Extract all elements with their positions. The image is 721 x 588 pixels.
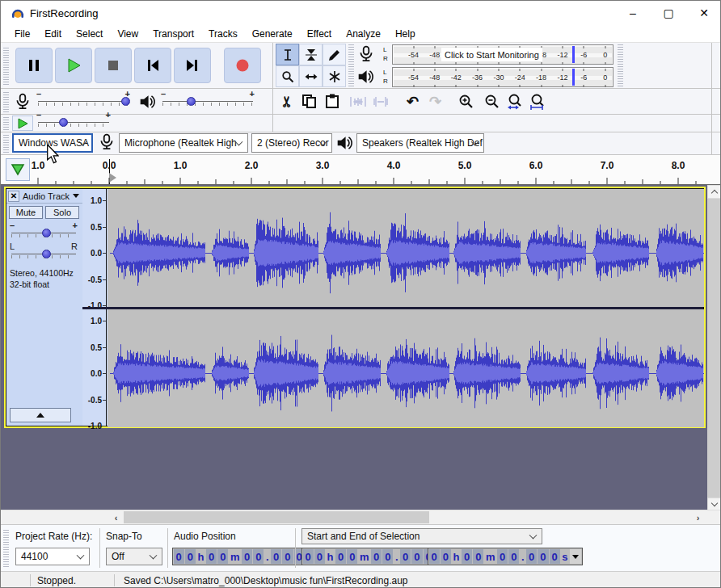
scroll-up-button[interactable] — [707, 185, 721, 199]
timefield-dropdown-arrow[interactable] — [570, 549, 581, 564]
menu-tracks[interactable]: Tracks — [201, 27, 245, 41]
mixer-toolbar-grip[interactable] — [3, 91, 9, 112]
menu-analyze[interactable]: Analyze — [339, 27, 388, 41]
recording-volume-slider[interactable]: –+ — [38, 96, 129, 107]
snap-to-select[interactable]: Off — [106, 548, 162, 565]
recording-channels-select[interactable]: 2 (Stereo) Recor — [251, 133, 332, 153]
collapse-icon — [36, 413, 44, 418]
selection-mode-select[interactable]: Start and End of Selection — [301, 528, 542, 544]
minimize-button[interactable]: – — [615, 1, 651, 25]
paste-button[interactable] — [321, 90, 343, 112]
transport-toolbar-grip[interactable] — [3, 46, 9, 85]
menu-edit[interactable]: Edit — [37, 27, 69, 41]
menu-transport[interactable]: Transport — [145, 27, 201, 41]
record-meter-mic-icon[interactable] — [357, 45, 375, 64]
scale-label: 1.0 — [91, 196, 102, 205]
play-speed-slider[interactable]: –+ — [38, 117, 109, 128]
maximize-button[interactable]: ▢ — [651, 1, 686, 25]
meter-toolbar-grip[interactable] — [348, 44, 354, 86]
track-pan-thumb[interactable] — [42, 250, 51, 258]
play-button[interactable] — [55, 48, 92, 83]
stop-button[interactable] — [95, 48, 132, 83]
audio-host-select[interactable]: Windows WASA — [12, 133, 93, 153]
multi-tool-button[interactable] — [323, 65, 346, 87]
close-button[interactable]: ✕ — [686, 1, 721, 25]
meter-end-grip[interactable] — [618, 44, 623, 86]
mute-button[interactable]: Mute — [9, 206, 43, 219]
track-pan-slider[interactable]: LR — [11, 249, 76, 260]
meter-db-label: 0 — [603, 74, 607, 82]
track-gain-slider[interactable]: –+ — [11, 228, 76, 239]
track-name-label[interactable]: Audio Track — [23, 191, 70, 201]
zoom-tool-button[interactable] — [276, 65, 299, 87]
recording-volume-thumb[interactable] — [121, 97, 130, 106]
pause-button[interactable] — [15, 48, 53, 83]
playback-meter[interactable]: -54-48-42-36-30-24-18-12-60 — [392, 67, 613, 87]
menu-generate[interactable]: Generate — [245, 27, 300, 41]
status-message-text: Saved C:\Users\matro_000\Desktop\music f… — [124, 575, 408, 586]
track-area[interactable]: ✕ Audio Track Mute Solo –+ LR Stereo, 44… — [1, 185, 707, 510]
draw-tool-button[interactable] — [323, 44, 346, 65]
track-close-button[interactable]: ✕ — [8, 191, 19, 202]
ruler-time-label: 1.0 — [32, 160, 45, 171]
selection-toolbar-grip[interactable] — [3, 530, 9, 567]
horizontal-scrollbar[interactable]: ‹ › — [1, 510, 721, 524]
track-control-panel[interactable]: ✕ Audio Track Mute Solo –+ LR Stereo, 44… — [6, 189, 82, 426]
scroll-left-button[interactable]: ‹ — [109, 511, 123, 523]
cut-button[interactable]: ✂ — [276, 90, 297, 112]
menu-view[interactable]: View — [110, 27, 145, 41]
meter-db-label: 0 — [603, 51, 607, 59]
vertical-scrollbar[interactable] — [707, 185, 721, 511]
silence-selection-button[interactable] — [369, 90, 391, 112]
project-rate-select[interactable]: 44100 — [15, 548, 90, 565]
pinned-playhead-toggle[interactable] — [6, 158, 30, 181]
track-collapse-button[interactable] — [10, 408, 71, 422]
timeshift-tool-button[interactable] — [299, 65, 323, 87]
playback-volume-slider[interactable]: –+ — [162, 96, 253, 107]
recording-meter[interactable]: -54-48-42-36-30-24-18-12-60Click to Star… — [392, 44, 613, 65]
zoom-out-icon — [484, 94, 500, 109]
ruler-time-label: 6.0 — [529, 160, 543, 171]
solo-button[interactable]: Solo — [45, 206, 79, 219]
menu-file[interactable]: File — [7, 27, 37, 41]
fit-project-button[interactable] — [526, 90, 548, 112]
play-meter-left-label: L — [383, 69, 386, 76]
skip-to-start-button[interactable] — [134, 48, 171, 83]
title-bar[interactable]: FirstRecording – ▢ ✕ — [1, 1, 721, 25]
skip-to-end-button[interactable] — [174, 48, 211, 83]
copy-button[interactable] — [298, 90, 320, 112]
track-menu-icon[interactable] — [73, 194, 79, 198]
playspeed-toolbar-grip[interactable] — [3, 117, 9, 130]
waveform-right-channel[interactable] — [108, 309, 704, 427]
meter-db-label: -24 — [515, 74, 525, 82]
scroll-right-button[interactable]: › — [691, 511, 705, 523]
selection-tool-button[interactable] — [276, 44, 299, 65]
zoom-in-button[interactable] — [455, 90, 477, 112]
fit-selection-button[interactable] — [504, 90, 525, 112]
recording-device-select[interactable]: Microphone (Realtek High — [119, 133, 248, 153]
audio-track[interactable]: ✕ Audio Track Mute Solo –+ LR Stereo, 44… — [6, 188, 704, 426]
device-toolbar-grip[interactable] — [3, 135, 9, 153]
undo-button[interactable]: ↶ — [402, 90, 424, 112]
track-gain-thumb[interactable] — [42, 229, 51, 237]
redo-button[interactable]: ↷ — [424, 90, 446, 112]
play-position-marker[interactable] — [109, 173, 116, 183]
menu-select[interactable]: Select — [69, 27, 110, 41]
envelope-tool-button[interactable] — [299, 44, 323, 65]
trim-outside-selection-button[interactable] — [347, 90, 369, 112]
waveform-left-channel[interactable] — [108, 189, 704, 307]
chevron-down-icon — [529, 531, 538, 540]
menu-effect[interactable]: Effect — [300, 27, 339, 41]
horizontal-scroll-thumb[interactable] — [124, 511, 429, 523]
menu-help[interactable]: Help — [388, 27, 423, 41]
selection-end-field[interactable]: 00h00m00.000s — [428, 548, 583, 565]
play-at-speed-icon — [17, 118, 28, 129]
monitoring-overlay[interactable]: Click to Start Monitoring — [441, 48, 542, 61]
timeline-ruler[interactable]: 1.00.01.02.03.04.05.06.07.08.0 — [1, 154, 721, 185]
play-at-speed-button[interactable] — [12, 116, 33, 131]
play-meter-speaker-icon[interactable] — [356, 68, 375, 86]
record-button[interactable] — [224, 48, 261, 83]
zoom-out-button[interactable] — [481, 90, 503, 112]
playback-device-select[interactable]: Speakers (Realtek High Def — [356, 133, 484, 153]
project-rate-label: Project Rate (Hz): — [15, 531, 92, 542]
